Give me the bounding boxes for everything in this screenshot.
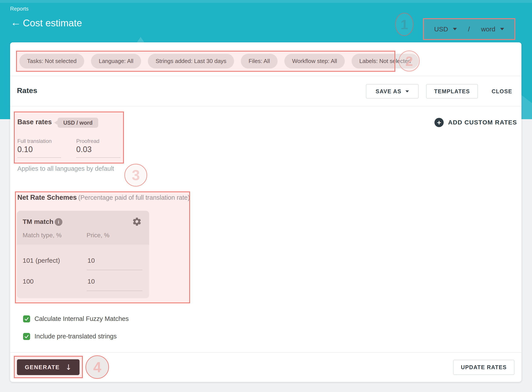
update-rates-label: UPDATE RATES — [461, 364, 507, 370]
save-as-button[interactable]: SAVE AS — [366, 84, 419, 98]
currency-unit-bar: USD / word — [423, 18, 515, 40]
plus-circle-icon: + — [434, 118, 444, 127]
match-type-cell: 101 (perfect) — [23, 257, 60, 264]
full-translation-input[interactable]: 0.10 — [17, 145, 33, 154]
rates-section-title: Rates — [17, 86, 37, 95]
checkbox-label: Include pre-translated strings — [34, 333, 117, 340]
templates-button[interactable]: TEMPLATES — [426, 84, 478, 98]
divider — [10, 352, 522, 353]
currency-dropdown[interactable]: USD — [434, 25, 457, 33]
info-icon[interactable]: i — [55, 218, 62, 226]
filters-row: Tasks: Not selected Language: All String… — [19, 54, 419, 69]
price-column-header: Price, % — [87, 232, 109, 239]
checkbox-checked-icon[interactable] — [23, 333, 30, 340]
unit-dropdown[interactable]: word — [481, 25, 504, 33]
unit-value: word — [481, 25, 495, 33]
base-rates-title: Base rates — [17, 118, 52, 126]
divider — [10, 106, 522, 107]
match-type-cell: 100 — [23, 278, 34, 285]
divider — [10, 76, 522, 76]
filter-chip-language[interactable]: Language: All — [91, 54, 141, 69]
close-button[interactable]: CLOSE — [489, 84, 514, 98]
filter-chip-strings-added[interactable]: Strings added: Last 30 days — [148, 54, 234, 69]
base-rates-note: Applies to all languages by default — [17, 165, 114, 172]
save-as-label: SAVE AS — [375, 88, 401, 95]
match-type-column-header: Match type, % — [23, 232, 62, 239]
input-underline — [87, 270, 142, 270]
net-rate-schemes-subtitle: (Percentage paid of full translation rat… — [78, 194, 190, 201]
input-underline — [87, 291, 142, 291]
input-underline — [76, 157, 120, 158]
generate-button[interactable]: GENERATE ↓ — [17, 359, 80, 375]
templates-label: TEMPLATES — [434, 88, 470, 95]
proofread-input[interactable]: 0.03 — [76, 145, 92, 154]
close-label: CLOSE — [492, 88, 512, 95]
filter-chip-workflow-step[interactable]: Workflow step: All — [284, 54, 345, 69]
input-underline — [17, 157, 61, 158]
chevron-down-icon — [500, 28, 504, 30]
price-input[interactable]: 10 — [87, 257, 95, 264]
tm-match-title: TM match — [23, 218, 53, 225]
chevron-down-icon — [453, 28, 457, 30]
tm-match-card: TM match i Match type, % Price, % 101 (p… — [17, 211, 149, 298]
full-translation-label: Full translation — [17, 138, 52, 144]
tm-match-card-header — [17, 211, 149, 245]
currency-value: USD — [434, 25, 448, 33]
page-title: Cost estimate — [23, 18, 82, 28]
checkbox-label: Calculate Internal Fuzzy Matches — [34, 315, 129, 322]
add-custom-rates-button[interactable]: + ADD CUSTOM RATES — [434, 118, 517, 127]
checkbox-checked-icon[interactable] — [23, 315, 30, 322]
download-arrow-icon: ↓ — [66, 363, 72, 372]
net-rate-schemes-title: Net Rate Schemes — [17, 194, 77, 201]
back-arrow-icon[interactable]: ← — [10, 17, 21, 28]
currency-separator: / — [468, 25, 470, 33]
update-rates-button[interactable]: UPDATE RATES — [453, 360, 514, 375]
currency-unit-badge: USD / word — [57, 118, 98, 128]
breadcrumb[interactable]: Reports — [10, 6, 28, 12]
include-pre-translated-strings-option[interactable]: Include pre-translated strings — [23, 333, 117, 340]
generate-label: GENERATE — [25, 364, 60, 371]
chevron-down-icon — [405, 90, 409, 92]
proofread-label: Proofread — [76, 138, 99, 144]
price-input[interactable]: 10 — [87, 278, 95, 285]
gear-icon[interactable] — [132, 217, 142, 227]
filter-chip-files[interactable]: Files: All — [241, 54, 278, 69]
calculate-internal-fuzzy-matches-option[interactable]: Calculate Internal Fuzzy Matches — [23, 315, 129, 322]
add-custom-rates-label: ADD CUSTOM RATES — [448, 119, 517, 126]
filter-chip-tasks[interactable]: Tasks: Not selected — [19, 54, 84, 69]
filter-chip-labels[interactable]: Labels: Not selected — [352, 54, 419, 69]
